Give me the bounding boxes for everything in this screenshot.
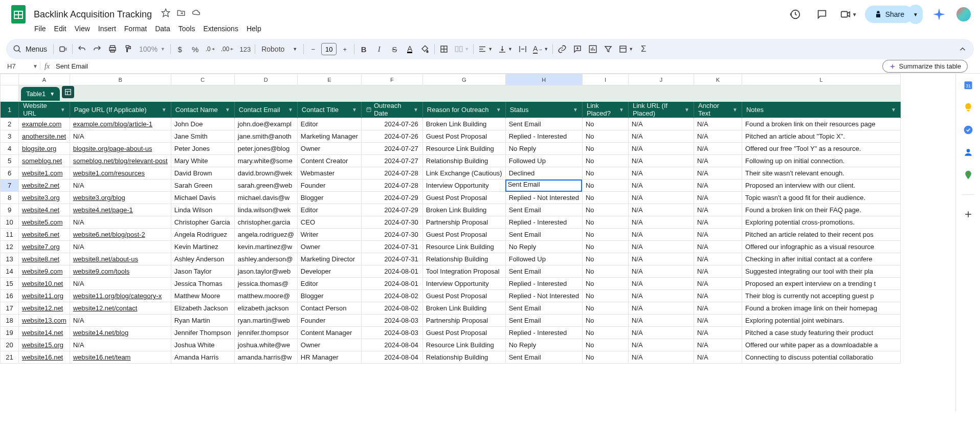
cell[interactable]: website6.net: [19, 229, 70, 241]
row-header-7[interactable]: 7: [1, 180, 19, 192]
cell[interactable]: amanda.harris@w: [234, 351, 297, 364]
cell[interactable]: Webmaster: [297, 167, 361, 180]
cell[interactable]: sarah.green@web: [234, 180, 297, 192]
cloud-status-icon[interactable]: [192, 8, 201, 19]
cell[interactable]: Offered our white paper as a downloadabl…: [742, 339, 900, 351]
cell[interactable]: matthew.moore@: [234, 290, 297, 302]
menu-extensions[interactable]: Extensions: [199, 23, 241, 35]
cell[interactable]: N/A: [628, 278, 694, 290]
cell[interactable]: Link Exchange (Cautious): [422, 167, 505, 180]
cell[interactable]: jason.taylor@web: [234, 265, 297, 278]
cell[interactable]: No: [582, 229, 628, 241]
cell[interactable]: N/A: [628, 192, 694, 204]
row-header-19[interactable]: 19: [1, 327, 19, 339]
cell[interactable]: elizabeth.jackson: [234, 302, 297, 315]
cell[interactable]: N/A: [628, 327, 694, 339]
cell[interactable]: Followed Up: [505, 155, 582, 167]
cell[interactable]: Partnership Proposal: [422, 315, 505, 327]
cell[interactable]: 2024-07-30: [361, 229, 422, 241]
share-button[interactable]: Share: [865, 6, 914, 23]
cell[interactable]: N/A: [694, 167, 742, 180]
cell[interactable]: anothersite.net: [19, 130, 70, 143]
tasks-sidepanel-icon[interactable]: [963, 125, 973, 135]
cell[interactable]: Amanda Harris: [171, 351, 234, 364]
cell[interactable]: No Reply: [505, 241, 582, 253]
cell[interactable]: N/A: [628, 180, 694, 192]
meet-button[interactable]: ▼: [838, 4, 859, 25]
cell[interactable]: No: [582, 155, 628, 167]
cell[interactable]: Relationship Building: [422, 351, 505, 364]
cell[interactable]: CEO: [297, 216, 361, 229]
cell[interactable]: someblog.net/blog/relevant-post: [70, 155, 171, 167]
cell[interactable]: Mary White: [171, 155, 234, 167]
cell[interactable]: HR Manager: [297, 351, 361, 364]
cell[interactable]: N/A: [70, 241, 171, 253]
cell[interactable]: N/A: [694, 339, 742, 351]
cell[interactable]: Founder: [297, 180, 361, 192]
cell[interactable]: N/A: [70, 130, 171, 143]
cell[interactable]: Declined: [505, 167, 582, 180]
cell[interactable]: Sarah Green: [171, 180, 234, 192]
cell[interactable]: website3.org/blog: [70, 192, 171, 204]
cell[interactable]: Interview Opportunity: [422, 278, 505, 290]
cell[interactable]: Pitched a case study featuring their pro…: [742, 327, 900, 339]
col-header-F[interactable]: F: [361, 74, 422, 85]
insert-chart-button[interactable]: [586, 42, 600, 56]
cell[interactable]: N/A: [70, 278, 171, 290]
col-header-A[interactable]: A: [19, 74, 70, 85]
cell[interactable]: N/A: [70, 339, 171, 351]
cell[interactable]: No Reply: [505, 143, 582, 155]
cell[interactable]: Pitched an article about "Topic X".: [742, 130, 900, 143]
cell[interactable]: N/A: [70, 216, 171, 229]
cell[interactable]: Sent Email: [505, 229, 582, 241]
doc-title[interactable]: Backlink Acquisition Tracking: [31, 8, 155, 21]
insert-comment-button[interactable]: [570, 42, 585, 56]
row-header-1[interactable]: 1: [1, 102, 19, 118]
cell[interactable]: Replied - Not Interested: [505, 290, 582, 302]
cell[interactable]: website8.net: [19, 253, 70, 265]
cell[interactable]: No Reply: [505, 339, 582, 351]
font-family-dropdown[interactable]: Roboto▼: [257, 42, 301, 56]
cell[interactable]: No: [582, 167, 628, 180]
cell[interactable]: Replied - Interested: [505, 327, 582, 339]
zoom-dropdown[interactable]: 100%▼: [136, 45, 168, 53]
history-icon[interactable]: [785, 4, 806, 25]
menu-tools[interactable]: Tools: [175, 23, 199, 35]
move-icon[interactable]: [176, 8, 186, 19]
cell[interactable]: joshua.white@we: [234, 339, 297, 351]
table-header[interactable]: Notes▼: [742, 102, 900, 118]
cell[interactable]: No: [582, 118, 628, 130]
keep-sidepanel-icon[interactable]: [963, 102, 973, 113]
cell[interactable]: Suggested integrating our tool with thei…: [742, 265, 900, 278]
cell[interactable]: jane.smith@anoth: [234, 130, 297, 143]
cell[interactable]: N/A: [628, 290, 694, 302]
cell[interactable]: Developer: [297, 265, 361, 278]
table-header[interactable]: Contact Name▼: [171, 102, 234, 118]
cell[interactable]: N/A: [694, 278, 742, 290]
cell[interactable]: Offered our infographic as a visual reso…: [742, 241, 900, 253]
currency-button[interactable]: $: [173, 42, 187, 56]
cell[interactable]: No: [582, 302, 628, 315]
cell[interactable]: N/A: [70, 180, 171, 192]
cell[interactable]: website11.org/blog/category-x: [70, 290, 171, 302]
cell[interactable]: website9.com/tools: [70, 265, 171, 278]
cell[interactable]: 2024-07-26: [361, 118, 422, 130]
cell[interactable]: website10.net: [19, 278, 70, 290]
row-header-18[interactable]: 18: [1, 315, 19, 327]
col-header-C[interactable]: C: [171, 74, 234, 85]
strikethrough-button[interactable]: S: [387, 42, 402, 56]
cell[interactable]: website16.net: [19, 351, 70, 364]
cell[interactable]: Joshua White: [171, 339, 234, 351]
cell[interactable]: angela.rodriguez@: [234, 229, 297, 241]
cell[interactable]: 2024-08-01: [361, 265, 422, 278]
menu-view[interactable]: View: [71, 23, 94, 35]
cell[interactable]: website5.com: [19, 216, 70, 229]
table-header[interactable]: Outreach Date▼: [361, 102, 422, 118]
table-header[interactable]: Website URL▼: [19, 102, 70, 118]
cell[interactable]: N/A: [694, 302, 742, 315]
cell[interactable]: Sent Email: [505, 315, 582, 327]
cell[interactable]: Elizabeth Jackson: [171, 302, 234, 315]
paint-format-button[interactable]: [121, 42, 135, 56]
cell[interactable]: Editor: [297, 204, 361, 216]
cell[interactable]: Resource Link Building: [422, 241, 505, 253]
